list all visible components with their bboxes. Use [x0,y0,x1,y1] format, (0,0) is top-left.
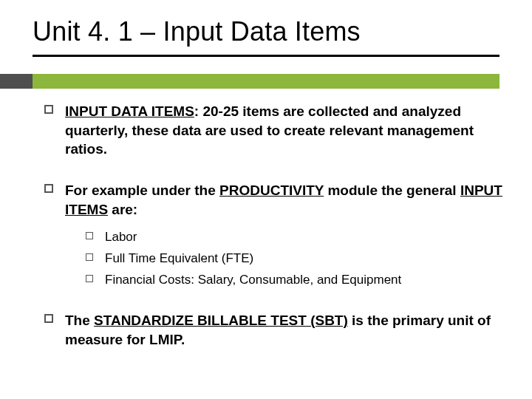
bullet-2-pre: For example under the [65,183,219,198]
square-bullet-icon [86,253,93,261]
sub-item-3-text: Financial Costs: Salary, Consumable, and… [105,273,401,287]
bullet-item-2: For example under the PRODUCTIVITY modul… [44,181,502,289]
bullet-3-pre: The [65,313,94,328]
sub-item-2: Full Time Equivalent (FTE) [86,250,502,267]
sub-item-1: Labor [86,229,502,246]
bullet-item-3: The STANDARDIZE BILLABLE TEST (SBT) is t… [44,311,502,349]
accent-bar [33,74,499,89]
bullet-item-1: INPUT DATA ITEMS: 20-25 items are collec… [44,102,502,159]
square-bullet-icon [44,314,53,323]
square-bullet-icon [44,105,53,114]
square-bullet-icon [86,232,93,239]
bullet-2-after: are: [108,202,137,217]
slide-title: Unit 4. 1 – Input Data Items [33,16,361,47]
accent-block [0,74,33,89]
slide-body: INPUT DATA ITEMS: 20-25 items are collec… [44,102,502,371]
square-bullet-icon [86,275,93,282]
sub-item-2-text: Full Time Equivalent (FTE) [105,251,253,265]
sub-list: Labor Full Time Equivalent (FTE) Financi… [86,229,502,289]
title-underline [33,55,499,57]
sub-item-1-text: Labor [105,230,137,244]
slide: Unit 4. 1 – Input Data Items INPUT DATA … [0,0,532,399]
bullet-1-lead: INPUT DATA ITEMS [65,103,194,119]
bullet-2-mid: module the general [324,183,460,198]
square-bullet-icon [44,184,53,193]
bullet-2-strong: PRODUCTIVITY [219,183,324,198]
sub-item-3: Financial Costs: Salary, Consumable, and… [86,272,502,289]
bullet-3-strong: STANDARDIZE BILLABLE TEST (SBT) [94,313,348,328]
